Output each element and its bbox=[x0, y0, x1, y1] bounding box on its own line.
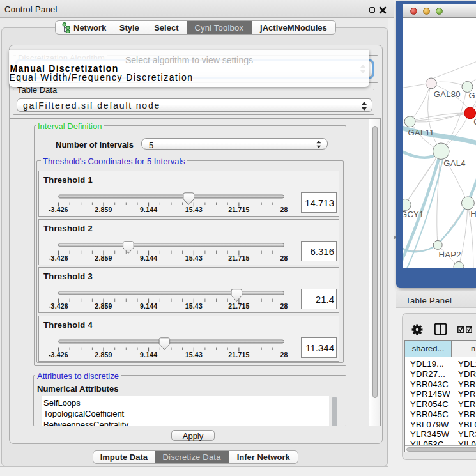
svg-text:-3.426: -3.426 bbox=[49, 351, 68, 358]
svg-text:9.144: 9.144 bbox=[140, 206, 157, 213]
svg-text:2.859: 2.859 bbox=[95, 206, 112, 213]
svg-text:HAP2: HAP2 bbox=[439, 250, 461, 259]
svg-text:-3.426: -3.426 bbox=[49, 254, 68, 262]
svg-text:28: 28 bbox=[280, 302, 288, 310]
svg-text:GAL80: GAL80 bbox=[434, 89, 461, 99]
svg-text:2.859: 2.859 bbox=[95, 302, 112, 310]
svg-text:28: 28 bbox=[280, 351, 288, 358]
svg-text:21.715: 21.715 bbox=[228, 206, 249, 213]
svg-text:9.144: 9.144 bbox=[140, 351, 157, 358]
svg-text:15.43: 15.43 bbox=[185, 302, 203, 310]
svg-text:15.43: 15.43 bbox=[185, 206, 203, 213]
svg-text:GCY1: GCY1 bbox=[403, 210, 424, 219]
svg-text:15.43: 15.43 bbox=[185, 254, 203, 262]
svg-text:GAL11: GAL11 bbox=[408, 128, 434, 137]
svg-text:C: C bbox=[473, 117, 476, 127]
svg-text:21.715: 21.715 bbox=[228, 254, 249, 262]
svg-text:GAL4: GAL4 bbox=[443, 158, 465, 168]
svg-text:-3.426: -3.426 bbox=[49, 206, 68, 213]
svg-text:-3.426: -3.426 bbox=[49, 302, 68, 310]
svg-text:H: H bbox=[470, 209, 476, 219]
svg-text:2.859: 2.859 bbox=[95, 254, 112, 262]
svg-text:15.43: 15.43 bbox=[185, 351, 203, 358]
svg-text:28: 28 bbox=[280, 206, 288, 213]
svg-text:2.859: 2.859 bbox=[95, 351, 112, 358]
svg-text:28: 28 bbox=[280, 254, 288, 262]
svg-text:9.144: 9.144 bbox=[140, 254, 157, 262]
svg-text:21.715: 21.715 bbox=[228, 302, 249, 310]
svg-text:G.: G. bbox=[469, 91, 476, 100]
svg-text:21.715: 21.715 bbox=[228, 351, 249, 358]
svg-text:9.144: 9.144 bbox=[140, 302, 157, 310]
